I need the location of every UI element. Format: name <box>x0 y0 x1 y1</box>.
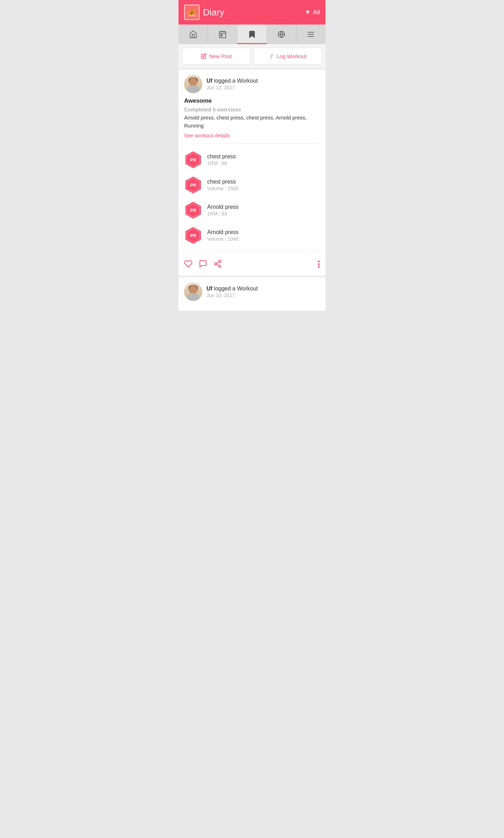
page-title: Diary <box>203 7 224 18</box>
post-author: Uf logged a Workout <box>206 78 320 84</box>
post-action: logged a Workout <box>214 78 258 84</box>
pr-info-3: Arnold press 1RM : 63 <box>207 204 320 217</box>
nav-item-bookmark[interactable] <box>237 25 267 44</box>
pr-hexagon-icon-4: PR <box>184 226 202 245</box>
pr-hexagon-icon-3: PR <box>184 201 202 219</box>
svg-point-27 <box>219 260 221 262</box>
pr-item-4: PR Arnold press Volume : 1040 <box>184 223 320 248</box>
more-options-button[interactable] <box>318 260 320 270</box>
navigation-bar <box>178 25 326 44</box>
share-icon <box>214 260 222 268</box>
pr-metric-3: 1RM : 63 <box>207 211 320 217</box>
new-post-label: New Post <box>209 53 232 59</box>
pr-item-3: PR Arnold press 1RM : 63 <box>184 198 320 223</box>
post-meta-2: Uf logged a Workout Jun 10, 2017 <box>206 286 320 298</box>
actions-divider <box>184 252 320 252</box>
pr-item-1: PR chest press 1RM : 66 <box>184 147 320 172</box>
post-meta: Uf logged a Workout Jun 13, 2017 <box>206 78 320 90</box>
completed-label: Completed 5 exercises <box>184 107 320 112</box>
svg-text:PR: PR <box>190 233 197 238</box>
nav-item-home[interactable] <box>178 25 208 44</box>
pr-badge-3: PR <box>184 201 202 219</box>
post-title: Awesome <box>184 97 320 104</box>
pr-info-4: Arnold press Volume : 1040 <box>207 229 320 242</box>
new-post-button[interactable]: New Post <box>182 48 251 64</box>
svg-point-32 <box>318 260 320 262</box>
pr-metric-2: Volume : 1500 <box>207 186 320 191</box>
filter-label: All <box>313 9 320 16</box>
avatar <box>184 75 202 93</box>
pr-info-2: chest press Volume : 1500 <box>207 179 320 191</box>
pr-info-1: chest press 1RM : 66 <box>207 153 320 166</box>
divider <box>184 143 320 144</box>
pr-hexagon-icon: PR <box>184 151 202 169</box>
bookmark-icon <box>248 30 256 39</box>
pr-item-2: PR chest press Volume : 1500 <box>184 172 320 198</box>
menu-icon <box>307 30 315 39</box>
filter-button[interactable]: ▼ All <box>304 9 320 16</box>
edit-icon <box>201 53 206 59</box>
comment-button[interactable] <box>199 260 207 270</box>
globe-icon <box>277 30 286 39</box>
pr-exercise-name-3: Arnold press <box>207 204 320 210</box>
pr-metric-1: 1RM : 66 <box>207 160 320 166</box>
log-workout-button[interactable]: Log Workout <box>253 48 322 64</box>
lightning-icon <box>269 53 274 59</box>
pr-exercise-name-2: chest press <box>207 179 320 185</box>
post-header: Uf logged a Workout Jun 13, 2017 <box>184 75 320 93</box>
pr-metric-4: Volume : 1040 <box>207 236 320 242</box>
post-action-2: logged a Workout <box>214 286 258 291</box>
svg-text:PR: PR <box>190 208 197 213</box>
app-logo: LR GRACE <box>184 5 200 20</box>
pr-badge-2: PR <box>184 176 202 194</box>
post-date-2: Jun 10, 2017 <box>206 293 320 298</box>
svg-text:LR GRACE: LR GRACE <box>188 15 197 17</box>
comment-icon <box>199 260 207 268</box>
heart-icon <box>184 260 192 268</box>
svg-text:PR: PR <box>190 157 197 163</box>
post-header-2: Uf logged a Workout Jun 10, 2017 <box>184 283 320 301</box>
pr-hexagon-icon-2: PR <box>184 176 202 194</box>
nav-item-menu[interactable] <box>296 25 326 44</box>
post-date: Jun 13, 2017 <box>206 85 320 90</box>
svg-point-34 <box>318 266 320 268</box>
calendar-icon <box>218 30 227 39</box>
post-author-2: Uf logged a Workout <box>206 286 320 292</box>
pr-exercise-name-1: chest press <box>207 153 320 160</box>
header-left: LR GRACE Diary <box>184 5 224 20</box>
pr-badge-1: PR <box>184 151 202 169</box>
home-icon <box>189 30 197 39</box>
log-workout-label: Log Workout <box>277 53 307 59</box>
app-header: LR GRACE Diary ▼ All <box>178 0 326 25</box>
post-card-1: Uf logged a Workout Jun 13, 2017 Awesome… <box>178 69 326 276</box>
svg-text:PR: PR <box>190 183 197 188</box>
svg-point-29 <box>219 265 221 267</box>
svg-marker-14 <box>270 53 273 59</box>
avatar-2 <box>184 283 202 301</box>
chevron-down-icon: ▼ <box>304 9 311 16</box>
svg-line-31 <box>217 262 219 263</box>
workout-details-link[interactable]: See workout details <box>184 132 320 138</box>
exercise-list: Arnold press, chest press, chest press, … <box>184 114 320 130</box>
svg-line-30 <box>217 265 219 266</box>
nav-item-globe[interactable] <box>267 25 296 44</box>
post-card-2: Uf logged a Workout Jun 10, 2017 <box>178 277 326 311</box>
share-button[interactable] <box>214 260 222 270</box>
pr-exercise-name-4: Arnold press <box>207 229 320 235</box>
post-actions <box>184 255 320 270</box>
nav-item-diary[interactable] <box>208 25 237 44</box>
author-name-2: Uf <box>206 286 212 291</box>
author-name: Uf <box>206 78 212 84</box>
more-icon <box>318 260 320 268</box>
svg-point-28 <box>215 263 217 265</box>
pr-badge-4: PR <box>184 226 202 245</box>
like-button[interactable] <box>184 260 192 270</box>
svg-rect-8 <box>221 35 222 36</box>
action-bar: New Post Log Workout <box>178 44 326 68</box>
svg-point-33 <box>318 263 320 265</box>
